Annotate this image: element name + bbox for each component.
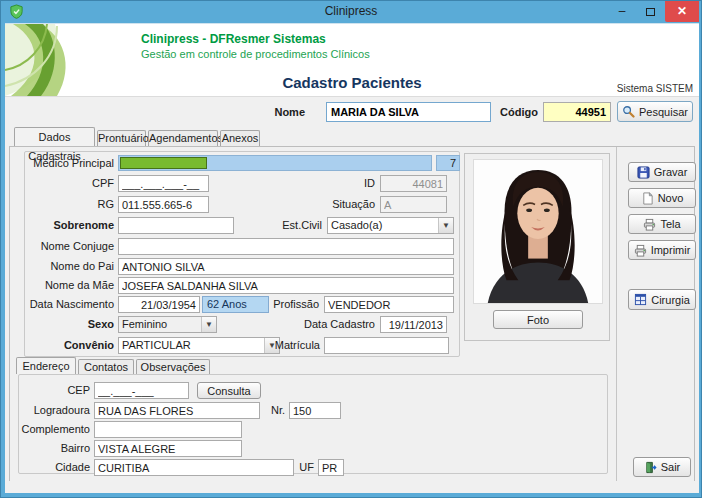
situacao-label: Situação [305, 196, 375, 213]
header: Clinipress - DFResmer Sistemas Gestão em… [5, 24, 699, 97]
pai-label: Nome do Pai [18, 258, 114, 275]
convenio-select[interactable]: PARTICULAR ▼ [118, 337, 280, 354]
tab-agendamentos[interactable]: Agendamentos [148, 130, 218, 146]
rg-label: RG [34, 196, 114, 213]
bairro-label: Bairro [20, 440, 90, 457]
codigo-field[interactable]: 44951 [543, 102, 611, 122]
medico-principal-value: 7 [436, 155, 460, 171]
brand-title: Clinipress - DFResmer Sistemas [141, 32, 326, 46]
cpf-label: CPF [34, 175, 114, 192]
titlebar[interactable]: Clinipress – ✕ [1, 1, 701, 23]
photo-panel: Foto [464, 153, 610, 341]
surgery-grid-icon [634, 293, 647, 306]
page-title: Cadastro Pacientes [5, 74, 699, 91]
nascimento-label: Data Nascimento [14, 296, 114, 313]
panel-separator [616, 147, 617, 481]
pai-input[interactable] [118, 258, 454, 275]
profissao-input[interactable] [324, 296, 454, 313]
cep-input[interactable] [94, 382, 189, 399]
novo-label: Novo [658, 192, 684, 204]
tab-contatos[interactable]: Contatos [78, 359, 134, 374]
complemento-label: Complemento [14, 421, 90, 438]
sexo-value: Feminino [119, 317, 201, 332]
search-icon [622, 105, 635, 118]
bairro-input[interactable] [94, 440, 242, 457]
complemento-input[interactable] [94, 421, 242, 438]
patient-photo [473, 159, 603, 304]
foto-label: Foto [527, 314, 549, 326]
cidade-label: Cidade [20, 459, 90, 476]
gravar-button[interactable]: Gravar [628, 162, 696, 182]
convenio-value: PARTICULAR [119, 338, 264, 353]
tela-label: Tela [660, 218, 680, 230]
nr-label: Nr. [265, 402, 285, 419]
consulta-button[interactable]: Consulta [197, 382, 261, 399]
tab-observacoes[interactable]: Observações [136, 359, 210, 374]
cirurgia-label: Cirurgia [651, 294, 690, 306]
chevron-down-icon: ▼ [201, 317, 216, 332]
imprimir-label: Imprimir [651, 244, 691, 256]
profissao-label: Profissão [259, 296, 319, 313]
uf-label: UF [296, 459, 314, 476]
tab-anexos[interactable]: Anexos [220, 130, 260, 146]
system-label: Sistema SISTEM [617, 83, 693, 94]
id-label: ID [315, 175, 375, 192]
chevron-down-icon: ▼ [438, 218, 453, 233]
window-title: Clinipress [1, 4, 701, 18]
tela-button[interactable]: Tela [628, 214, 696, 234]
situacao-field [380, 196, 447, 213]
nome-label: Nome [235, 102, 305, 119]
cidade-input[interactable] [94, 459, 294, 476]
novo-button[interactable]: Novo [628, 188, 696, 208]
nascimento-input[interactable] [118, 296, 200, 313]
imprimir-button[interactable]: Imprimir [628, 240, 696, 260]
cpf-input[interactable] [118, 175, 209, 192]
minimize-button[interactable]: – [609, 1, 635, 22]
close-button[interactable]: ✕ [665, 1, 699, 22]
sobrenome-input[interactable] [118, 217, 234, 234]
printer-icon [634, 244, 647, 257]
matricula-input[interactable] [324, 337, 449, 354]
mae-label: Nome da Mãe [18, 277, 114, 294]
tab-page-dados-cadastrais: Médico Principal 7 CPF ID RG Situação So… [9, 146, 695, 482]
uf-input[interactable] [318, 459, 344, 476]
sexo-select[interactable]: Feminino ▼ [118, 316, 217, 333]
app-window: Clinipress – ✕ Clinipress - DFResmer Sis… [0, 0, 702, 498]
logradoura-input[interactable] [94, 402, 260, 419]
maximize-icon [646, 8, 655, 16]
portrait-image [474, 160, 602, 303]
mae-input[interactable] [118, 277, 454, 294]
sexo-label: Sexo [34, 316, 114, 333]
codigo-label: Código [478, 102, 538, 119]
medico-principal-progressbar[interactable] [118, 155, 432, 171]
tab-endereco[interactable]: Endereço [16, 357, 76, 374]
logradoura-label: Logradoura [20, 402, 90, 419]
brand-tagline: Gestão em controle de procedimentos Clín… [141, 48, 370, 60]
estcivil-select[interactable]: Casado(a) ▼ [327, 217, 454, 234]
tab-dados-cadastrais[interactable]: Dados Cadastrais [14, 127, 95, 146]
tab-prontuario[interactable]: Prontuário [97, 130, 146, 146]
estcivil-label: Est.Civil [262, 217, 322, 234]
estcivil-value: Casado(a) [328, 218, 438, 233]
bottom-strip [5, 481, 699, 493]
pesquisar-label: Pesquisar [639, 106, 688, 118]
nr-input[interactable] [289, 402, 341, 419]
gravar-label: Gravar [654, 166, 688, 178]
data-cadastro-field[interactable] [380, 316, 447, 333]
cirurgia-button[interactable]: Cirurgia [628, 289, 696, 310]
consulta-label: Consulta [207, 385, 250, 397]
matricula-label: Matrícula [260, 337, 320, 354]
client-area: Clinipress - DFResmer Sistemas Gestão em… [5, 23, 699, 493]
rg-input[interactable] [118, 196, 209, 213]
new-document-icon [641, 192, 654, 205]
exit-door-icon [644, 461, 657, 474]
sair-button[interactable]: Sair [633, 457, 691, 477]
progress-fill [120, 157, 207, 169]
pesquisar-button[interactable]: Pesquisar [617, 101, 693, 122]
convenio-label: Convênio [34, 337, 114, 354]
maximize-button[interactable] [637, 1, 663, 22]
nome-input[interactable] [326, 102, 491, 122]
conjuge-input[interactable] [118, 238, 454, 255]
foto-button[interactable]: Foto [493, 310, 583, 329]
conjuge-label: Nome Conjuge [18, 238, 114, 255]
